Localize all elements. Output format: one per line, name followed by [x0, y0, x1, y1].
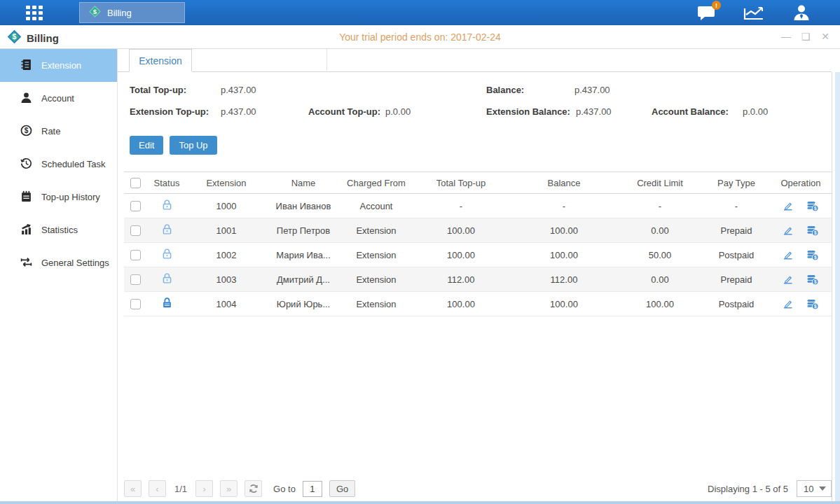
lock-open-icon[interactable]: [161, 223, 173, 235]
chevron-down-icon: [819, 486, 826, 491]
balance-label: Balance:: [486, 85, 524, 95]
select-all-checkbox[interactable]: [130, 178, 141, 188]
notification-badge: !: [712, 1, 721, 10]
trial-notice: Your trial period ends on: 2017-02-24: [0, 31, 840, 43]
sidebar-item-label: Rate: [41, 126, 60, 136]
minimize-icon[interactable]: —: [780, 30, 792, 43]
person-icon: [20, 92, 32, 106]
main-content: Extension Total Top-up: p.437.00 Balance…: [118, 49, 840, 501]
app-grid-icon[interactable]: [26, 6, 47, 20]
lock-open-icon[interactable]: [161, 272, 173, 284]
svg-text:$: $: [814, 230, 817, 235]
column-total-topup: Total Top-up: [411, 178, 511, 188]
column-credit-limit: Credit Limit: [617, 178, 703, 188]
edit-pencil-icon[interactable]: [783, 200, 794, 211]
top-up-coins-icon[interactable]: $: [806, 249, 819, 261]
sidebar-item-extension[interactable]: Extension: [0, 49, 117, 82]
row-checkbox[interactable]: [130, 274, 141, 285]
goto-page-input[interactable]: [303, 481, 322, 497]
tab-divider: [326, 49, 327, 72]
transfer-arrows-icon: [20, 256, 32, 270]
edit-pencil-icon[interactable]: [783, 225, 794, 236]
table-row: 1004 Юрий Юрь... Extension 100.00 100.00…: [124, 292, 832, 316]
tab-bar: Extension: [118, 49, 832, 72]
next-page-button[interactable]: ›: [195, 480, 213, 497]
notepad-icon: [20, 190, 32, 204]
user-account-icon[interactable]: [791, 4, 812, 22]
sidebar-item-account[interactable]: Account: [0, 82, 117, 115]
column-name: Name: [266, 178, 341, 188]
dollar-circle-icon: $: [20, 125, 32, 139]
top-up-coins-icon[interactable]: $: [806, 225, 819, 237]
row-checkbox[interactable]: [130, 299, 141, 309]
edit-pencil-icon[interactable]: [783, 274, 794, 285]
sidebar-item-scheduled-task[interactable]: Scheduled Task: [0, 148, 117, 181]
sidebar-item-label: Extension: [41, 60, 81, 71]
account-balance-label: Account Balance:: [652, 106, 729, 117]
lock-open-icon[interactable]: [161, 199, 173, 211]
page-size-value: 10: [804, 484, 813, 494]
refresh-button[interactable]: [245, 480, 262, 497]
window-titlebar: $ Billing Your trial period ends on: 201…: [0, 25, 840, 49]
sidebar-item-statistics[interactable]: Statistics: [0, 214, 117, 246]
topbar: $ Billing !: [0, 0, 840, 25]
maximize-icon[interactable]: ❑: [799, 30, 812, 43]
total-topup-value: p.437.00: [221, 85, 256, 95]
column-balance: Balance: [511, 178, 617, 188]
sidebar-item-label: Top-up History: [41, 192, 100, 202]
sidebar-item-label: Account: [41, 93, 74, 104]
table-body: 1000 Иван Иванов Account - - - -: [124, 194, 832, 316]
column-extension: Extension: [187, 178, 266, 188]
balance-value: p.437.00: [574, 85, 610, 95]
sidebar-item-general-settings[interactable]: General Settings: [0, 246, 117, 279]
top-up-button[interactable]: Top Up: [170, 136, 216, 155]
sidebar-item-label: General Settings: [41, 258, 109, 268]
column-operation: Operation: [770, 178, 832, 188]
edit-button[interactable]: Edit: [130, 136, 163, 155]
close-icon[interactable]: ✕: [819, 30, 832, 43]
row-checkbox[interactable]: [130, 225, 141, 236]
edit-pencil-icon[interactable]: [783, 249, 794, 260]
taskbar-tab-billing[interactable]: $ Billing: [79, 2, 185, 23]
lock-open-icon[interactable]: [161, 248, 173, 260]
statistics-chart-icon[interactable]: [743, 4, 764, 22]
row-checkbox[interactable]: [130, 250, 141, 260]
sidebar-item-topup-history[interactable]: Top-up History: [0, 181, 117, 214]
sidebar-item-label: Statistics: [41, 225, 78, 235]
extension-topup-value: p.437.00: [221, 106, 256, 117]
top-up-coins-icon[interactable]: $: [806, 200, 819, 212]
svg-text:$: $: [814, 303, 817, 309]
account-balance-value: p.0.00: [743, 106, 768, 117]
go-button[interactable]: Go: [329, 480, 355, 497]
goto-label: Go to: [273, 484, 296, 494]
extension-topup-label: Extension Top-up:: [130, 106, 209, 117]
scrollbar-track[interactable]: [835, 72, 840, 501]
svg-text:$: $: [814, 254, 817, 260]
svg-text:$: $: [814, 279, 817, 284]
page-indicator: 1/1: [173, 484, 188, 494]
bar-chart-icon: [20, 223, 32, 237]
messages-icon[interactable]: !: [696, 4, 717, 22]
extension-balance-value: p.437.00: [576, 106, 612, 117]
sidebar-item-rate[interactable]: $ Rate: [0, 115, 117, 148]
top-up-coins-icon[interactable]: $: [806, 298, 819, 310]
last-page-button[interactable]: »: [220, 480, 237, 497]
edit-pencil-icon[interactable]: [783, 298, 794, 309]
column-pay-type: Pay Type: [703, 178, 770, 188]
row-checkbox[interactable]: [130, 201, 141, 211]
tab-extension[interactable]: Extension: [129, 49, 192, 72]
window-bottom-edge: [0, 501, 840, 504]
account-topup-value: p.0.00: [385, 106, 411, 117]
page-size-select[interactable]: 10: [797, 480, 832, 497]
total-topup-label: Total Top-up:: [130, 85, 186, 95]
billing-diamond-icon: $: [88, 5, 102, 20]
table-row: 1003 Дмитрий Д... Extension 112.00 112.0…: [124, 267, 832, 292]
prev-page-button[interactable]: ‹: [149, 480, 166, 497]
extension-table: Status Extension Name Charged From Total…: [124, 172, 832, 316]
first-page-button[interactable]: «: [124, 480, 142, 497]
table-header: Status Extension Name Charged From Total…: [124, 172, 832, 194]
top-up-coins-icon[interactable]: $: [806, 274, 819, 286]
lock-closed-icon[interactable]: [161, 297, 173, 309]
sidebar: Extension Account $ Rate Scheduled T: [0, 49, 118, 501]
displaying-range-text: Displaying 1 - 5 of 5: [708, 484, 788, 494]
